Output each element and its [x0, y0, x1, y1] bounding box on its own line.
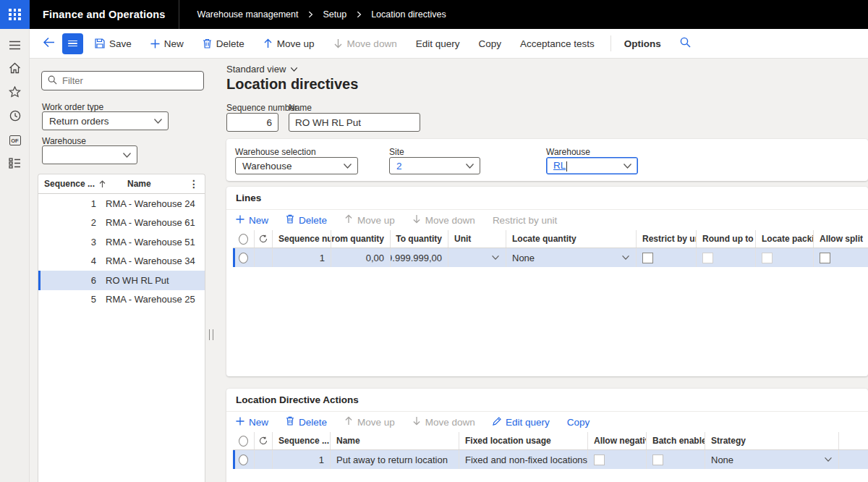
chevron-down-icon: [465, 163, 475, 169]
nav-workspace-button[interactable]: OF: [0, 130, 30, 151]
warehouse-selection-select[interactable]: Warehouse: [235, 157, 358, 174]
refresh-column[interactable]: [255, 230, 273, 248]
chevron-down-icon: [343, 163, 352, 169]
actions-move-up-button[interactable]: Move up: [344, 416, 395, 428]
cell-strategy-dropdown[interactable]: None: [705, 450, 839, 469]
actions-grid-row[interactable]: 1 Put away to return location Fixed and …: [233, 450, 868, 469]
select-all-column[interactable]: [233, 230, 255, 248]
cell-locate-quantity-dropdown[interactable]: None: [506, 248, 637, 267]
back-button[interactable]: [43, 37, 55, 50]
col-to-quantity[interactable]: To quantity: [391, 230, 448, 248]
lines-new-button[interactable]: New: [236, 215, 268, 226]
options-menu[interactable]: Options: [624, 38, 661, 49]
lines-move-down-button[interactable]: Move down: [412, 214, 475, 226]
refresh-column[interactable]: [255, 432, 273, 449]
col-batch-enabled[interactable]: Batch enabled: [647, 432, 705, 449]
cell-allow-negative-checkbox[interactable]: [588, 450, 647, 469]
lines-grid-row[interactable]: 1 0,00 9.999.999,00 None: [233, 248, 868, 267]
cell-fixed-location-usage-dropdown[interactable]: Fixed and non-fixed locations: [459, 450, 588, 469]
acceptance-tests-button[interactable]: Acceptance tests: [520, 38, 595, 49]
select-all-column[interactable]: [233, 432, 255, 449]
name-column-header[interactable]: Name: [127, 179, 151, 189]
cell-sequence[interactable]: 1: [273, 450, 331, 469]
col-sequence[interactable]: Sequence ...: [273, 432, 331, 449]
app-launcher-button[interactable]: [0, 0, 30, 29]
col-sequence[interactable]: Sequence num...: [273, 230, 331, 248]
col-name[interactable]: Name: [331, 432, 459, 449]
cell-to-quantity[interactable]: 9.999.999,00: [391, 248, 448, 267]
cell-locate-packing-checkbox[interactable]: [756, 248, 814, 267]
sort-up-icon: [99, 180, 106, 188]
move-up-button[interactable]: Move up: [263, 38, 315, 49]
actions-copy-button[interactable]: Copy: [567, 417, 590, 428]
list-item[interactable]: 2 RMA - Warehouse 61: [38, 213, 205, 233]
move-down-button[interactable]: Move down: [333, 38, 397, 49]
cell-allow-split-checkbox[interactable]: [814, 248, 868, 267]
lines-delete-button[interactable]: Delete: [286, 214, 327, 226]
sequence-column-header[interactable]: Sequence ...: [44, 179, 95, 189]
save-button[interactable]: Save: [95, 38, 132, 49]
lines-move-up-button[interactable]: Move up: [344, 214, 395, 226]
cell-restrict-checkbox[interactable]: [637, 248, 697, 267]
list-item[interactable]: 5 RMA - Warehouse 25: [38, 290, 205, 310]
list-item-selected[interactable]: 6 RO WH RL Put: [38, 271, 205, 290]
toolbar-search-button[interactable]: [680, 37, 691, 50]
cell-round-up-checkbox[interactable]: [697, 248, 756, 267]
list-item[interactable]: 4 RMA - Warehouse 34: [38, 252, 205, 271]
breadcrumb-location-directives[interactable]: Location directives: [371, 9, 446, 20]
list-item[interactable]: 3 RMA - Warehouse 51: [38, 232, 205, 252]
warehouse-select-focused[interactable]: RL: [546, 157, 638, 174]
col-from-quantity[interactable]: From quantity: [331, 230, 391, 248]
filter-input[interactable]: [62, 75, 197, 86]
work-order-type-select[interactable]: Return orders: [42, 111, 169, 130]
breadcrumb-warehouse-management[interactable]: Warehouse management: [197, 9, 299, 20]
cell-from-quantity[interactable]: 0,00: [331, 248, 391, 267]
col-allow-split[interactable]: Allow split: [814, 230, 868, 248]
warehouse-label: Warehouse: [546, 147, 590, 157]
cell-unit-dropdown[interactable]: [448, 248, 506, 267]
cell-name[interactable]: Put away to return location: [331, 450, 459, 469]
list-item[interactable]: 1 RMA - Warehouse 24: [38, 194, 205, 213]
copy-button[interactable]: Copy: [478, 38, 501, 49]
app-name[interactable]: Finance and Operations: [43, 9, 166, 20]
col-restrict-by-unit[interactable]: Restrict by unit: [637, 230, 697, 248]
row-refresh-cell: [255, 450, 273, 469]
actions-new-button[interactable]: New: [236, 417, 268, 428]
delete-button[interactable]: Delete: [203, 38, 244, 49]
actions-move-down-button[interactable]: Move down: [412, 416, 475, 428]
row-select-radio[interactable]: [233, 450, 255, 469]
lines-restrict-by-unit-button[interactable]: Restrict by unit: [493, 215, 557, 226]
actions-delete-button[interactable]: Delete: [286, 416, 327, 428]
warehouse-filter-select[interactable]: [42, 145, 137, 164]
col-locate-quantity[interactable]: Locate quantity: [506, 230, 637, 248]
cell-batch-enabled-checkbox[interactable]: [647, 450, 705, 469]
clock-icon: [9, 110, 21, 124]
sequence-number-field[interactable]: 6: [226, 113, 278, 132]
command-menu-button[interactable]: [62, 33, 83, 54]
nav-favorites-button[interactable]: [0, 83, 30, 103]
view-selector[interactable]: Standard view: [226, 64, 298, 75]
nav-menu-button[interactable]: [0, 36, 30, 56]
panel-splitter-handle[interactable]: [209, 329, 213, 340]
col-round-up[interactable]: Round up to u...: [697, 230, 756, 248]
col-strategy[interactable]: Strategy: [705, 432, 839, 449]
col-allow-negative[interactable]: Allow negative...: [588, 432, 647, 449]
nav-recent-button[interactable]: [0, 106, 30, 127]
row-select-radio[interactable]: [233, 248, 255, 267]
new-button[interactable]: New: [150, 38, 184, 49]
site-select[interactable]: 2: [389, 157, 480, 174]
name-field[interactable]: RO WH RL Put: [289, 113, 420, 132]
cell-sequence[interactable]: 1: [273, 248, 331, 267]
actions-title: Location Directive Actions: [226, 389, 868, 411]
actions-edit-query-button[interactable]: Edit query: [493, 417, 550, 428]
col-fixed-location-usage[interactable]: Fixed location usage: [459, 432, 588, 449]
edit-query-button[interactable]: Edit query: [416, 38, 460, 49]
col-unit[interactable]: Unit: [448, 230, 506, 248]
breadcrumb-setup[interactable]: Setup: [323, 9, 346, 20]
ellipsis-icon[interactable]: ⋮: [189, 178, 199, 190]
nav-modules-button[interactable]: [0, 154, 30, 174]
chevron-down-icon: [623, 163, 632, 169]
chevron-right-icon: [355, 11, 362, 18]
col-locate-packing[interactable]: Locate packing...: [756, 230, 814, 248]
nav-home-button[interactable]: [0, 59, 30, 79]
